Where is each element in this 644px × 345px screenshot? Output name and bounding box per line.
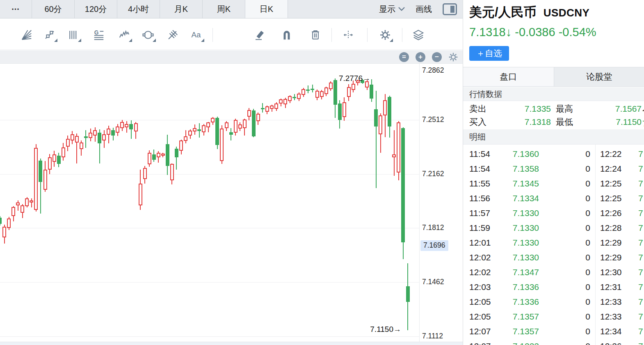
candle-body [107,129,110,135]
period-tab-•••[interactable]: ••• [0,0,32,18]
trade-volume: 0 [565,176,590,191]
trade-price: 7.1333 [500,339,539,345]
display-menu[interactable]: 显示 [379,4,405,15]
gann-icon[interactable]: G [93,29,105,41]
horizontal-expand-icon[interactable] [342,29,354,41]
candle-body [125,124,128,127]
trade-volume: 0 [565,221,590,235]
candle-body [170,164,174,180]
magnet-icon[interactable] [281,29,293,41]
trade-price: 7 [638,265,643,280]
quote-tab-盘口[interactable]: 盘口 [463,67,554,86]
selection-icon[interactable] [0,29,7,41]
candle-body [324,87,328,94]
trade-detail-list[interactable]: 11:547.1360012:22711:547.1358012:24711:5… [463,145,644,345]
candle-body [320,91,324,97]
vertical-lines-icon[interactable] [67,29,80,41]
candle-body [161,154,165,156]
drawline-button[interactable]: 画线 [416,4,432,15]
period-tab-周K[interactable]: 周K [203,0,245,18]
wave-icon[interactable] [118,29,130,41]
candle-body [229,132,233,135]
chart-gridline [0,120,419,120]
chart-settings-button[interactable] [448,52,459,62]
detail-header: 明细 [463,129,644,145]
add-watchlist-button[interactable]: ＋自选 [469,46,509,61]
period-tab-120分[interactable]: 120分 [75,0,117,18]
trade-detail-row: 12:057.1336012:337 [463,294,644,309]
clipped-next-column: 今 [642,104,644,114]
trade-price: 7.1360 [500,147,539,161]
quote-tab-论股堂[interactable]: 论股堂 [554,67,644,86]
trade-price: 7 [638,250,643,265]
instrument-title: 美元/人民币USDCNY [469,4,589,21]
candle-body [202,125,206,132]
candle-body [139,184,142,205]
candle-body [166,144,169,166]
settings-icon[interactable] [379,29,391,41]
trade-price: 7.1357 [500,324,539,339]
reset-zoom-button[interactable]: = [399,52,409,62]
candle-body [62,147,65,157]
candle-body [7,218,11,228]
candle-body [261,108,265,109]
toolbar-divider [212,28,213,42]
trade-time: 12:33 [600,294,622,309]
candle-body [274,104,278,109]
panel-toggle-icon[interactable] [443,3,457,15]
candle-body [397,122,400,172]
candle-wick [376,91,377,188]
text-tool-icon[interactable]: Aa [190,29,203,41]
price-axis[interactable]: 7.28627.25127.21627.18127.14627.11127.16… [419,64,463,342]
trade-price: 7 [638,280,643,294]
candle-body [184,136,187,141]
trade-detail-row: 11:567.1334012:257 [463,191,644,206]
trade-time: 11:59 [469,221,490,235]
trash-icon[interactable] [309,29,322,41]
trade-time: 12:33 [600,309,622,324]
candlestick-chart[interactable]: 7.2776→7.1150→ [0,64,419,342]
trade-price: 7 [638,339,643,345]
trendline-icon[interactable] [43,29,56,41]
trade-time: 12:25 [600,176,622,191]
candle-body [215,118,219,145]
period-tab-日K[interactable]: 日K [245,0,288,18]
tabbar-spacer [288,0,379,18]
zoom-out-button[interactable]: − [432,52,442,62]
period-tab-4小时[interactable]: 4小时 [117,0,160,18]
candle-body [30,200,33,202]
candle-body [116,126,119,133]
pitchfork-icon[interactable] [167,29,179,41]
candle-body [292,97,296,98]
trade-time: 12:07 [469,339,491,345]
trade-volume: 0 [565,235,590,250]
ellipse-icon[interactable] [142,29,154,41]
current-price-label: 7.1696 [420,240,448,251]
candle-body [220,129,224,161]
candle-body [34,148,38,210]
period-tab-60分[interactable]: 60分 [32,0,75,18]
fan-lines-icon[interactable] [21,29,33,41]
zoom-in-button[interactable]: + [416,52,425,62]
trade-volume: 0 [565,324,590,339]
candle-wick [131,120,132,139]
candle-body [66,139,70,147]
candle-body [11,207,15,216]
candle-body [93,130,97,136]
candle-body [333,80,337,105]
candle-body [0,218,2,224]
candle-body [311,89,314,90]
trade-time: 12:29 [600,235,622,250]
trade-time: 11:57 [469,206,490,221]
period-tab-月K[interactable]: 月K [160,0,203,18]
candle-body [343,102,346,117]
trade-time: 12:24 [600,161,622,176]
trade-time: 11:54 [469,147,490,161]
trade-detail-row: 11:557.1345012:257 [463,176,644,191]
candle-body [392,154,396,157]
low-value: 7.1150 [586,115,642,129]
eraser-icon[interactable] [253,29,266,41]
layers-icon[interactable] [412,29,425,41]
axis-price-label: 7.2862 [422,66,444,75]
trade-price: 7.1336 [500,280,539,294]
